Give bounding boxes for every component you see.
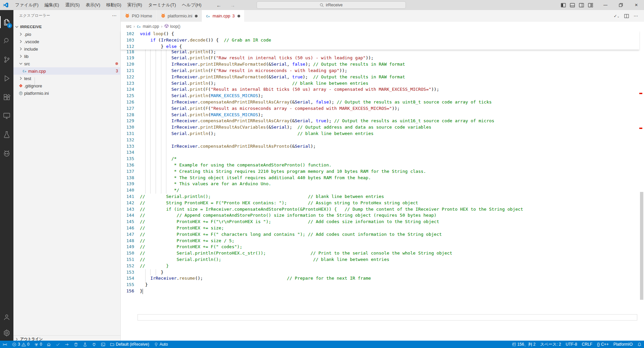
scrollbar-thumb[interactable] [640, 192, 643, 300]
tree-root-irreceive[interactable]: IRRECEIVE [13, 23, 121, 30]
code-line-134[interactable]: 134 [121, 149, 644, 156]
menu-item-0[interactable]: ファイル(F) [12, 2, 42, 7]
platformio-status[interactable]: PlatformIO [611, 341, 635, 348]
activity-source-control-icon[interactable] [0, 52, 13, 67]
indentation[interactable]: スペース: 2 [538, 341, 563, 348]
code-line-139[interactable]: 139 * This values are for an Arduino Uno… [121, 181, 644, 187]
tree-item-src[interactable]: src [13, 60, 121, 67]
tree-item-gitignore[interactable]: .gitignore [13, 82, 121, 89]
cursor-position[interactable]: 行 156、列 2 [510, 341, 538, 348]
menu-item-5[interactable]: 実行(R) [124, 2, 145, 7]
code-line-146[interactable]: 146// ProntoHEX += size; [121, 225, 644, 231]
code-line-103[interactable]: 103 if (IrReceiver.decode()) { // Grab a… [121, 37, 644, 44]
tree-item-maincpp[interactable]: C+main.cpp3 [13, 67, 121, 75]
tree-item-test[interactable]: test [13, 75, 121, 82]
code-line-148[interactable]: 148// ProntoHEX += size / 5; [121, 238, 644, 244]
toggle-sidebar-icon[interactable] [561, 3, 566, 8]
code-line-123[interactable]: 123 Serial.println(); // blank line betw… [121, 80, 644, 87]
code-line-135[interactable]: 135 /* [121, 156, 644, 162]
code-line-144[interactable]: 144// // Append compensateAndStorePronto… [121, 212, 644, 219]
code-line-151[interactable]: 151// Serial.println(); // blank line be… [121, 257, 644, 263]
language-mode[interactable]: {}C++ [595, 341, 611, 348]
code-line-153[interactable]: 153 } [121, 269, 644, 276]
code-line-143[interactable]: 143// if (int size = IrReceiver.compensa… [121, 206, 644, 213]
pio-new-terminal-button[interactable] [99, 341, 108, 348]
menu-item-4[interactable]: 移動(G) [103, 2, 124, 7]
tree-item-lib[interactable]: lib [13, 53, 121, 60]
menu-item-3[interactable]: 表示(V) [83, 2, 103, 7]
problems-indicator[interactable]: 3 0 [10, 341, 32, 348]
menu-item-7[interactable]: ヘルプ(H) [179, 2, 205, 7]
customize-layout-icon[interactable] [588, 3, 593, 8]
code-line-112[interactable]: 112 } else { [121, 44, 644, 50]
tree-item-pio[interactable]: .pio [13, 30, 121, 38]
code-line-127[interactable]: 127 Serial.print(F("Result as microsecon… [121, 106, 644, 112]
activity-settings-icon[interactable] [0, 326, 13, 340]
code-line-141[interactable]: 141// Serial.println(); // blank line be… [121, 194, 644, 200]
minimize-button[interactable]: — [598, 0, 613, 10]
toggle-panel-icon[interactable] [570, 3, 575, 8]
code-line-133[interactable]: 133 IrReceiver.compensateAndPrintIRResul… [121, 143, 644, 150]
tree-item-vscode[interactable]: .vscode [13, 38, 121, 45]
code-line-120[interactable]: 120 IrReceiver.printIRResultRawFormatted… [121, 61, 644, 68]
pio-home-button[interactable] [44, 341, 53, 348]
menu-item-2[interactable]: 選択(S) [62, 2, 83, 7]
sticky-scroll[interactable]: 102void loop() {103 if (IrReceiver.decod… [121, 31, 639, 50]
code-line-124[interactable]: 124 Serial.print(F("Result as internal 8… [121, 86, 644, 93]
pio-clean-button[interactable] [71, 341, 80, 348]
pio-build-button[interactable] [53, 341, 62, 348]
code-line-118[interactable]: 118 Serial.println(); [121, 49, 644, 55]
activity-testing-icon[interactable] [0, 127, 13, 142]
code-line-128[interactable]: 128 Serial.println(MARK_EXCESS_MICROS); [121, 112, 644, 118]
code-line-126[interactable]: 126 IrReceiver.compensateAndPrintIRResul… [121, 99, 644, 106]
notifications-bell[interactable] [635, 341, 644, 348]
code-line-132[interactable]: 132 [121, 137, 644, 143]
code-line-155[interactable]: 155 } [121, 282, 644, 288]
code-line-140[interactable]: 140 */ [121, 187, 644, 194]
remote-indicator[interactable]: >< [0, 341, 10, 348]
code-line-138[interactable]: 138 * The String object itself requires … [121, 175, 644, 181]
code-line-147[interactable]: 147// ProntoHEX += F(" characters long a… [121, 231, 644, 238]
code-line-152[interactable]: 152// } [121, 263, 644, 269]
eol-selector[interactable]: CRLF [580, 341, 595, 348]
activity-explorer-icon[interactable]: 2 [0, 15, 13, 29]
code-line-154[interactable]: 154 IrReceiver.resume(); // Prepare for … [121, 275, 644, 282]
code-line-102[interactable]: 102void loop() { [121, 31, 644, 37]
code-line-119[interactable]: 119 Serial.println(F("Raw result in inte… [121, 55, 644, 61]
pio-test-button[interactable] [80, 341, 90, 348]
menu-item-6[interactable]: ターミナル(T) [145, 2, 179, 7]
code-line-122[interactable]: 122 IrReceiver.printIRResultRawFormatted… [121, 74, 644, 80]
toggle-secondary-sidebar-icon[interactable] [579, 3, 584, 8]
code-line-129[interactable]: 129 IrReceiver.compensateAndPrintIRResul… [121, 118, 644, 124]
code-line-149[interactable]: 149// ProntoHEX += F(" codes"); [121, 244, 644, 250]
activity-remote-explorer-icon[interactable] [0, 109, 13, 123]
encoding[interactable]: UTF-8 [564, 341, 580, 348]
nav-back-icon[interactable]: ← [216, 2, 221, 8]
sidebar-more-actions-icon[interactable]: ⋯ [112, 13, 117, 18]
code-line-131[interactable]: 131 Serial.println(); // blank line betw… [121, 131, 644, 137]
activity-platformio-icon[interactable] [0, 146, 13, 161]
code-line-136[interactable]: 136 * Example for using the compensateAn… [121, 162, 644, 168]
code-line-130[interactable]: 130 IrReceiver.printIRResultAsCVariables… [121, 124, 644, 131]
pio-serial-monitor-button[interactable] [90, 341, 99, 348]
close-button[interactable]: ✕ [629, 0, 644, 10]
nav-forward-icon[interactable]: → [230, 2, 235, 8]
code-line-137[interactable]: 137 * Creating this String requires 2210… [121, 168, 644, 175]
ports-indicator[interactable]: 0 [32, 341, 45, 348]
pio-serial-port-selector[interactable]: Auto [152, 341, 170, 348]
code-line-125[interactable]: 125 Serial.println(MARK_EXCESS_MICROS); [121, 93, 644, 99]
tree-item-platformioini[interactable]: platformio.ini [13, 89, 121, 97]
activity-search-icon[interactable] [0, 33, 13, 48]
code-line-145[interactable]: 145// ProntoHEX += F("\r\nProntoHEX is "… [121, 219, 644, 225]
code-line-150[interactable]: 150// Serial.println(ProntoHEX.c_str());… [121, 250, 644, 257]
editor-scrollbar[interactable] [639, 31, 644, 329]
restore-button[interactable] [613, 0, 629, 10]
code-area[interactable]: 116 Serial.println();117 IrReceiver.prin… [121, 10, 644, 329]
code-line-121[interactable]: 121 Serial.println(F("Raw result in micr… [121, 68, 644, 74]
code-line-142[interactable]: 142// String ProntoHEX = F("Pronto HEX c… [121, 200, 644, 206]
activity-account-icon[interactable] [0, 310, 13, 325]
activity-run-debug-icon[interactable] [0, 71, 13, 86]
menu-item-1[interactable]: 編集(E) [42, 2, 62, 7]
tree-item-include[interactable]: include [13, 45, 121, 53]
command-center-search[interactable]: irReceive [257, 1, 406, 9]
